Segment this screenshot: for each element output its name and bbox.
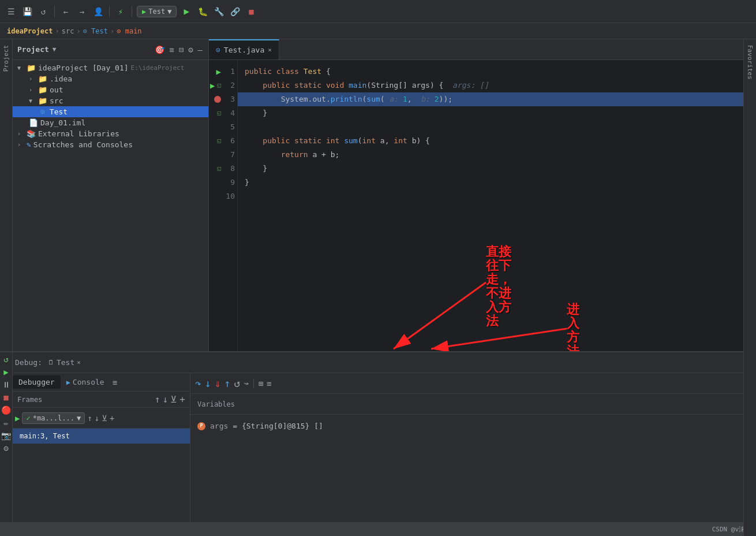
- separator3: [132, 6, 132, 17]
- locate-btn[interactable]: 🎯: [154, 44, 166, 55]
- minimize-btn[interactable]: —: [197, 44, 204, 55]
- ext-icon: 📚: [27, 129, 36, 138]
- line-num-1: ▶ 1: [214, 65, 235, 79]
- breadcrumb-test[interactable]: ⊙ Test: [83, 27, 108, 35]
- breadcrumb-project[interactable]: ideaProject: [7, 27, 53, 35]
- favorites-tab[interactable]: Favorites: [744, 39, 755, 85]
- back-icon[interactable]: ←: [59, 5, 72, 18]
- debug-tab-bar: Debug: 🗒 Test ×: [13, 352, 756, 373]
- threads-btn[interactable]: ≡: [113, 378, 117, 387]
- code-line-1: public class Test {: [238, 65, 743, 79]
- debug-test-tab[interactable]: 🗒 Test ×: [42, 356, 87, 369]
- tree-idea[interactable]: › 📁 .idea: [13, 73, 208, 84]
- panel-title: Project: [17, 45, 49, 54]
- mute-btn[interactable]: 🔴: [1, 405, 11, 415]
- frame-item-label: main:3, Test: [20, 432, 70, 440]
- separator2: [109, 6, 110, 17]
- menu-icon[interactable]: ☰: [5, 5, 17, 18]
- vcs-icon[interactable]: ⚡: [114, 5, 127, 18]
- tree-test[interactable]: ⊙ Test: [13, 106, 208, 117]
- tree-scratches[interactable]: › ✎ Scratches and Consoles: [13, 139, 208, 150]
- content-area: Project Project ▼ 🎯 ≡ ⊟ ⚙ — ▼ 📁: [0, 39, 756, 351]
- debug-container: ↺ ▶ ⏸ ■ 🔴 ✏ 📷 ⚙ Debug: 🗒 Test ×: [0, 351, 756, 536]
- project-tab[interactable]: Project: [1, 39, 12, 77]
- breadcrumb-main[interactable]: ⊙ main: [117, 27, 141, 35]
- camera-btn[interactable]: 📷: [1, 431, 11, 440]
- sync-icon[interactable]: ↺: [37, 5, 50, 18]
- debug-left-sidebar: ↺ ▶ ⏸ ■ 🔴 ✏ 📷 ⚙: [0, 352, 13, 536]
- src-label: src: [50, 96, 63, 105]
- resume-btn[interactable]: ▶: [3, 367, 8, 377]
- coverage-button[interactable]: 🔧: [212, 5, 225, 18]
- idea-label: .idea: [50, 75, 72, 83]
- stop-debug-btn[interactable]: ■: [3, 393, 8, 402]
- var-args-name: args: [210, 422, 228, 430]
- rerun-debug-btn[interactable]: ↺: [3, 355, 8, 364]
- user-icon[interactable]: 👤: [92, 5, 104, 18]
- step-out-toolbar-btn[interactable]: ↑: [224, 377, 231, 389]
- expand-btn[interactable]: ≡: [168, 44, 175, 55]
- settings-btn[interactable]: ⚙: [187, 44, 194, 55]
- code-line-9: }: [238, 176, 743, 189]
- editor-tab-testjava[interactable]: ⊙ Test.java ×: [209, 39, 279, 59]
- debug-button[interactable]: 🐛: [196, 5, 209, 18]
- frame-dropdown[interactable]: ✓ *ma...l... ▼: [22, 412, 85, 424]
- line-num-5: 5: [214, 120, 235, 134]
- status-bar: CSDN @v沫影: [0, 522, 756, 536]
- step-into-label: 进入方法内: [567, 303, 579, 351]
- stop-button[interactable]: ■: [245, 5, 257, 18]
- debug-frames-pane: Debugger ▶ Console ≡ Frames ↑ ↓ ⊻: [13, 373, 190, 536]
- out-label: out: [50, 85, 63, 94]
- tree-iml[interactable]: 📄 Day_01.iml: [13, 117, 208, 128]
- forward-icon[interactable]: →: [76, 5, 88, 18]
- frames-tools: ↑ ↓ ⊻ +: [155, 394, 185, 405]
- tree-root[interactable]: ▼ 📁 ideaProject [Day_01] E:\ideaProject: [13, 62, 208, 73]
- down-frame-btn[interactable]: ↓: [163, 394, 169, 405]
- trace-btn[interactable]: ≡: [267, 379, 271, 388]
- tree-out[interactable]: › 📁 out: [13, 84, 208, 95]
- editor-tabs: ⊙ Test.java ×: [209, 39, 743, 60]
- console-tab[interactable]: ▶ Console: [61, 375, 110, 389]
- debugger-tab[interactable]: Debugger: [13, 375, 61, 389]
- frame-item-main[interactable]: main:3, Test: [13, 429, 190, 444]
- save-icon[interactable]: 💾: [21, 5, 33, 18]
- settings-debug-btn[interactable]: ⚙: [3, 444, 8, 453]
- add-frame-btn[interactable]: +: [179, 394, 185, 405]
- var-args-value: = {String[0]@815} []: [233, 422, 323, 430]
- breadcrumb-src[interactable]: src: [62, 27, 74, 35]
- variables-label: Variables: [197, 400, 235, 408]
- profile-button[interactable]: 🔗: [229, 5, 241, 18]
- var-obj-icon: P: [197, 422, 205, 430]
- run-to-cursor-btn[interactable]: ↝: [244, 379, 248, 388]
- tree-src[interactable]: ▼ 📁 src: [13, 95, 208, 106]
- collapse-btn[interactable]: ⊟: [178, 44, 185, 55]
- debug-tab-name: Test: [57, 358, 74, 367]
- up-btn[interactable]: ↑: [87, 414, 92, 423]
- root-path: E:\ideaProject: [131, 64, 185, 72]
- up-frame-btn[interactable]: ↑: [155, 394, 160, 405]
- filter-btn[interactable]: ⊻: [102, 414, 107, 423]
- run-config-dropdown[interactable]: ▶ Test ▼: [137, 6, 177, 17]
- add-btn[interactable]: +: [110, 414, 114, 423]
- step-8: ◱: [217, 162, 221, 176]
- step-over-toolbar-btn[interactable]: ↷: [195, 377, 201, 389]
- line-num-8: ◱ 8: [214, 162, 235, 176]
- tree-extlibs[interactable]: › 📚 External Libraries: [13, 128, 208, 139]
- debug-label: Debug:: [15, 358, 42, 367]
- tab-icon: ⊙: [216, 46, 220, 54]
- iml-icon: 📄: [29, 118, 38, 127]
- evaluate-btn[interactable]: ⊞: [259, 379, 263, 388]
- code-content[interactable]: public class Test { public static void m…: [238, 60, 743, 351]
- filter-frame-btn[interactable]: ⊻: [170, 394, 177, 405]
- step-into-toolbar-btn[interactable]: ↓: [205, 377, 211, 389]
- rerun-frame-btn[interactable]: ↺: [234, 377, 240, 389]
- tab-close-btn[interactable]: ×: [268, 46, 272, 54]
- run-button[interactable]: ▶: [180, 5, 193, 18]
- edit-btn[interactable]: ✏: [3, 418, 8, 427]
- play-frame-btn[interactable]: ▶: [15, 414, 20, 423]
- test-file-icon: ⊙: [40, 107, 45, 116]
- force-step-into-btn[interactable]: ⇓: [215, 377, 221, 389]
- src-arrow: ▼: [29, 98, 36, 104]
- down-btn[interactable]: ↓: [95, 414, 99, 423]
- pause-btn[interactable]: ⏸: [2, 380, 10, 389]
